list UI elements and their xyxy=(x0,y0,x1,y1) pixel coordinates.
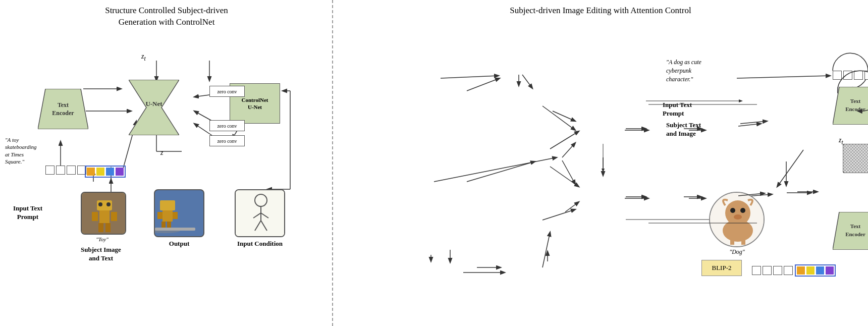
toy-label: "Toy" xyxy=(78,236,126,242)
r-token-2 xyxy=(843,71,852,80)
text-encoder-top-right: Text Encoder xyxy=(833,87,868,125)
svg-line-59 xyxy=(740,121,767,124)
svg-text:Text: Text xyxy=(850,98,861,104)
svg-point-120 xyxy=(730,208,735,213)
svg-point-33 xyxy=(106,202,111,206)
r-token-1 xyxy=(833,71,842,80)
r-bot-token-3 xyxy=(773,266,782,275)
svg-point-121 xyxy=(740,208,745,213)
svg-line-129 xyxy=(562,160,575,184)
dog-label: "Dog" xyxy=(711,248,764,256)
svg-line-138 xyxy=(542,209,575,220)
subject-image-left xyxy=(81,192,126,235)
text-to-token-arrow xyxy=(333,0,868,326)
svg-rect-42 xyxy=(155,228,195,231)
unet-left: U-Net xyxy=(129,80,179,137)
output-label: Output xyxy=(154,240,204,248)
token-box-3 xyxy=(67,166,76,175)
subject-text-image-label: Subject Textand Image xyxy=(666,121,701,138)
svg-rect-35 xyxy=(160,200,175,210)
svg-line-64 xyxy=(542,232,550,267)
input-condition-image xyxy=(235,189,285,237)
svg-point-119 xyxy=(723,220,753,242)
svg-rect-30 xyxy=(98,223,103,232)
svg-rect-29 xyxy=(111,212,117,221)
zt-label-right: zt xyxy=(839,136,843,146)
right-panel: Subject-driven Image Editing with Attent… xyxy=(333,0,868,326)
svg-rect-28 xyxy=(92,212,98,221)
svg-rect-40 xyxy=(167,222,171,228)
zero-conv-2: zero conv xyxy=(209,120,245,131)
svg-line-128 xyxy=(562,143,575,157)
r-colored-3 xyxy=(816,266,824,275)
svg-text:Text: Text xyxy=(58,101,69,108)
left-title: Structure Controlled Subject-drivenGener… xyxy=(0,5,333,28)
svg-line-142 xyxy=(434,157,557,182)
svg-line-51 xyxy=(522,75,532,88)
svg-line-67 xyxy=(467,161,535,182)
token-row-colored-left xyxy=(85,166,126,178)
svg-text:Encoder: Encoder xyxy=(52,110,74,117)
input-text-prompt-label-left: Input TextPrompt xyxy=(3,204,53,222)
token-row-bot-right xyxy=(752,266,793,275)
svg-line-132 xyxy=(738,124,761,126)
subject-image-label: Subject Imageand Text xyxy=(71,246,131,263)
right-arrows-2 xyxy=(333,0,868,326)
zero-conv-3: zero conv xyxy=(209,135,245,146)
zero-conv-1: zero conv xyxy=(209,86,245,97)
input-text-prompt-right: "A dog as cutecyberpunkcharacter." xyxy=(666,58,737,83)
r-bot-token-1 xyxy=(752,266,761,275)
svg-line-53 xyxy=(550,131,579,149)
svg-line-71 xyxy=(737,76,830,78)
svg-marker-23 xyxy=(129,80,179,135)
r-colored-4 xyxy=(826,266,834,275)
token-row-left xyxy=(45,166,86,175)
text-encoder-left: Text Encoder xyxy=(38,89,88,129)
r-bot-token-4 xyxy=(784,266,793,275)
svg-rect-31 xyxy=(105,223,111,232)
r-token-4 xyxy=(864,71,868,80)
blip2-right: BLIP-2 xyxy=(701,260,742,276)
token-box-2 xyxy=(56,166,65,175)
token-colored-4 xyxy=(116,168,124,176)
right-title: Subject-driven Image Editing with Attent… xyxy=(333,5,868,17)
svg-line-125 xyxy=(441,76,499,78)
svg-line-136 xyxy=(777,150,803,187)
output-image-left xyxy=(154,189,204,237)
svg-point-32 xyxy=(98,202,102,206)
svg-marker-20 xyxy=(38,89,88,129)
svg-rect-124 xyxy=(741,237,745,245)
token-colored-2 xyxy=(96,168,104,176)
svg-rect-87 xyxy=(843,144,868,173)
zt-noise-box xyxy=(843,144,868,173)
r-bot-token-2 xyxy=(763,266,772,275)
r-token-3 xyxy=(854,71,863,80)
svg-line-50 xyxy=(467,78,500,91)
svg-rect-38 xyxy=(173,212,178,219)
svg-rect-36 xyxy=(162,210,173,222)
svg-rect-39 xyxy=(161,222,166,228)
svg-line-127 xyxy=(542,106,575,130)
r-colored-2 xyxy=(806,266,815,275)
text-encoder-bottom-right: Text Encoder xyxy=(833,212,868,250)
token-box-1 xyxy=(45,166,55,175)
svg-rect-27 xyxy=(99,210,110,223)
left-panel: Structure Controlled Subject-drivenGener… xyxy=(0,0,333,326)
svg-line-65 xyxy=(565,202,579,212)
right-arrows xyxy=(333,0,868,326)
token-colored-1 xyxy=(87,168,95,176)
svg-text:Text: Text xyxy=(850,223,861,229)
token-row-colored-right xyxy=(795,264,836,277)
svg-point-122 xyxy=(734,214,742,220)
svg-text:Encoder: Encoder xyxy=(845,106,865,112)
token-row-top-right xyxy=(833,71,868,80)
input-text-prompt-label-right: Input TextPrompt xyxy=(663,101,692,118)
subject-dog-image xyxy=(709,192,765,247)
zt-label-left: zt xyxy=(141,52,146,62)
svg-line-54 xyxy=(550,167,579,187)
main-container: Structure Controlled Subject-drivenGener… xyxy=(0,0,868,326)
input-text-prompt-left: "A toyskateboardingat TimesSquare." xyxy=(5,136,50,165)
r-colored-1 xyxy=(797,266,805,275)
svg-text:U-Net: U-Net xyxy=(145,100,162,107)
z-label: z xyxy=(160,149,163,157)
